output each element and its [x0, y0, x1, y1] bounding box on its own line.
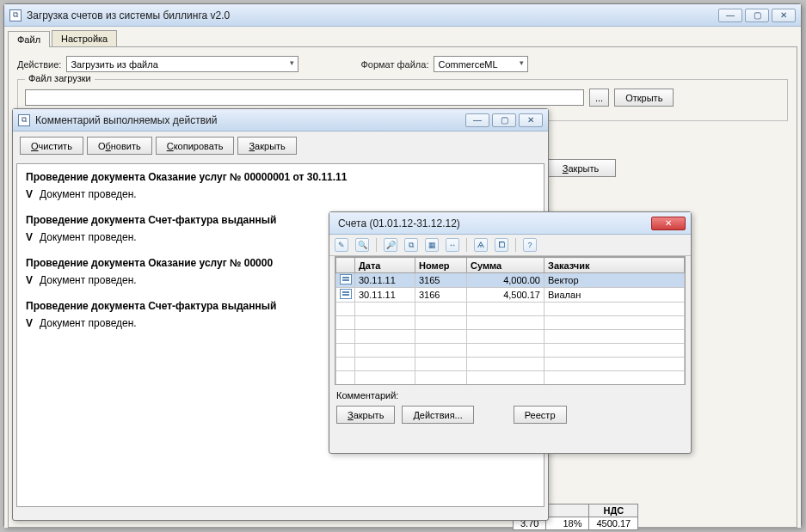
- minimize-button[interactable]: —: [718, 9, 742, 22]
- cell: [336, 344, 355, 358]
- cell: [336, 273, 355, 288]
- log-minimize-button[interactable]: —: [465, 113, 489, 127]
- col-icon[interactable]: [336, 258, 355, 273]
- col-customer[interactable]: Заказчик: [545, 258, 685, 273]
- cell: [545, 316, 685, 330]
- table-row[interactable]: 30.11.1131664,500.17Виалан: [336, 288, 685, 303]
- format-value: CommerceML: [438, 59, 497, 70]
- tb-copy-icon[interactable]: ⧉: [404, 238, 418, 252]
- table-row[interactable]: [336, 303, 685, 316]
- cell: Вектор: [545, 273, 685, 288]
- cell: 30.11.11: [355, 288, 415, 303]
- sep-icon: [376, 238, 377, 252]
- tab-file[interactable]: Файл: [8, 31, 50, 47]
- log-title: Комментарий выполняемых действий: [35, 114, 465, 126]
- log-maximize-button[interactable]: ▢: [492, 113, 516, 127]
- inv-actions-button[interactable]: Действия...: [402, 406, 473, 424]
- cell: [415, 371, 467, 385]
- inv-close-button[interactable]: Закрыть: [336, 406, 395, 424]
- copy-button[interactable]: Скопировать: [156, 137, 235, 155]
- cell: [355, 358, 415, 371]
- inv-close-window-button[interactable]: ✕: [651, 217, 686, 230]
- inv-grid: Дата Номер Сумма Заказчик 30.11.1131654,…: [335, 257, 685, 385]
- log-entry-body: VДокумент проведен.: [26, 188, 535, 200]
- inv-title: Счета (01.01.12-31.12.12): [335, 217, 651, 229]
- check-icon: V: [26, 231, 36, 243]
- tb-tree-icon[interactable]: ⧠: [495, 238, 508, 252]
- col-sum[interactable]: Сумма: [467, 258, 545, 273]
- cell: [336, 288, 355, 303]
- table-row[interactable]: [336, 316, 685, 330]
- cell: [545, 330, 685, 344]
- cell: [467, 330, 545, 344]
- cell: [467, 303, 545, 316]
- log-close-button[interactable]: Закрыть: [237, 137, 296, 155]
- cell: [355, 344, 415, 358]
- table-row[interactable]: [336, 371, 685, 385]
- log-titlebar[interactable]: ⧉ Комментарий выполняемых действий — ▢ ✕: [13, 109, 548, 131]
- table-row[interactable]: [336, 344, 685, 358]
- main-tabs: Файл Настройка: [4, 27, 801, 46]
- inv-titlebar[interactable]: Счета (01.01.12-31.12.12) ✕: [329, 212, 691, 235]
- file-path-input[interactable]: [25, 89, 584, 106]
- cell: [467, 316, 545, 330]
- table-row[interactable]: 30.11.1131654,000.00Вектор: [336, 273, 685, 288]
- file-load-legend: Файл загрузки: [25, 73, 95, 83]
- main-close-button[interactable]: Закрыть: [545, 159, 616, 177]
- tb-filter-icon[interactable]: Ѧ: [474, 238, 488, 252]
- check-icon: V: [26, 274, 36, 286]
- app-icon: ⧉: [9, 9, 22, 21]
- cell: [355, 316, 415, 330]
- format-label: Формат файла:: [360, 59, 428, 70]
- tb-link-icon[interactable]: ▦: [425, 238, 439, 252]
- inv-grid-scroll[interactable]: Дата Номер Сумма Заказчик 30.11.1131654,…: [335, 256, 686, 385]
- invoices-window: Счета (01.01.12-31.12.12) ✕ ✎ 🔍 🔎 ⧉ ▦ ↔ …: [329, 211, 692, 454]
- behind-td-3: 4500.17: [589, 517, 638, 530]
- log-toolbar: Очистить Обновить Скопировать Закрыть: [13, 131, 548, 160]
- table-row[interactable]: [336, 358, 685, 371]
- cell: [545, 371, 685, 385]
- cell: [467, 358, 545, 371]
- action-select[interactable]: Загрузить из файла: [66, 56, 298, 72]
- log-close-window-button[interactable]: ✕: [519, 113, 543, 127]
- close-window-button[interactable]: ✕: [772, 9, 796, 22]
- tb-new-icon[interactable]: ✎: [335, 238, 348, 252]
- cell: 4,500.17: [467, 288, 545, 303]
- cell: [415, 344, 467, 358]
- cell: [545, 344, 685, 358]
- tb-span-icon[interactable]: ↔: [446, 238, 459, 252]
- comment-label: Комментарий:: [336, 390, 684, 401]
- log-entry: Проведение документа Оказание услуг № 00…: [26, 171, 535, 200]
- sep2-icon: [466, 238, 467, 252]
- refresh-button[interactable]: Обновить: [87, 137, 152, 155]
- tab-settings[interactable]: Настройка: [52, 30, 117, 46]
- check-icon: V: [26, 317, 36, 329]
- maximize-button[interactable]: ▢: [745, 9, 769, 22]
- action-value: Загрузить из файла: [71, 59, 157, 70]
- inv-registry-button[interactable]: Реестр: [514, 406, 567, 424]
- cell: 30.11.11: [355, 273, 415, 288]
- cell: [336, 330, 355, 344]
- col-date[interactable]: Дата: [355, 258, 415, 273]
- behind-td-2: 18%: [546, 517, 589, 530]
- browse-button[interactable]: ...: [589, 89, 609, 107]
- format-select[interactable]: CommerceML: [434, 56, 528, 72]
- inv-footer: Комментарий: Закрыть Действия... Реестр: [329, 385, 691, 429]
- tb-help-icon[interactable]: ?: [523, 238, 537, 252]
- cell: [355, 330, 415, 344]
- main-titlebar[interactable]: ⧉ Загрузка счетов из системы биллинга v2…: [4, 4, 801, 27]
- cell: [415, 330, 467, 344]
- open-button[interactable]: Открыть: [614, 89, 674, 107]
- cell: [336, 371, 355, 385]
- cell: [545, 303, 685, 316]
- cell: [415, 303, 467, 316]
- cell: [355, 371, 415, 385]
- table-row[interactable]: [336, 330, 685, 344]
- action-label: Действие:: [17, 59, 61, 70]
- clear-button[interactable]: Очистить: [20, 137, 83, 155]
- tb-open-icon[interactable]: 🔍: [355, 238, 369, 252]
- behind-th-3: НДС: [589, 504, 638, 517]
- cell: [467, 344, 545, 358]
- col-number[interactable]: Номер: [415, 258, 467, 273]
- tb-find-icon[interactable]: 🔎: [384, 238, 397, 252]
